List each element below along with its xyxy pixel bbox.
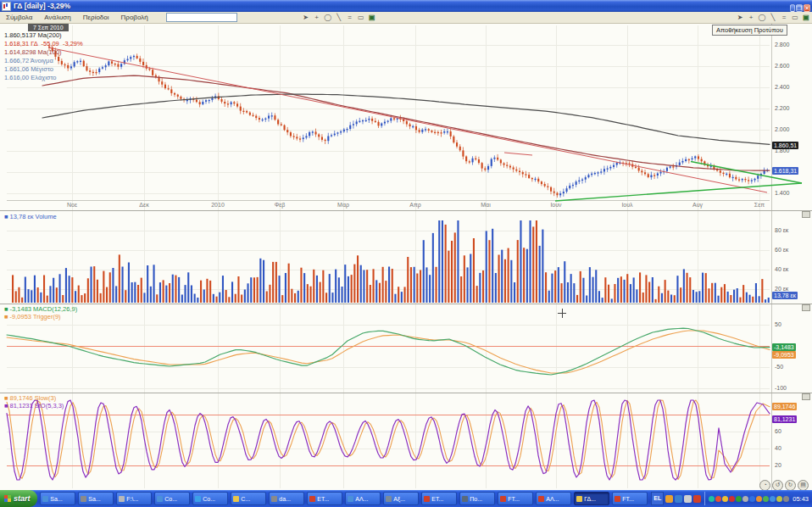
restore-button[interactable]: ❐	[796, 4, 803, 12]
start-button[interactable]: start	[0, 490, 37, 507]
pane-splitter[interactable]	[802, 304, 810, 311]
ellipse-tool-icon[interactable]: ◯	[758, 14, 766, 22]
tray-icon[interactable]	[742, 496, 748, 502]
volume-pane-header: ■13,78 εκ Volume	[4, 213, 57, 220]
taskbar-button[interactable]: da...	[269, 492, 304, 505]
ellipse-tool-icon[interactable]: ◯	[324, 14, 332, 22]
rectangle-tool-icon[interactable]: ▭	[357, 14, 365, 22]
task-icon	[233, 496, 239, 502]
taskbar-button[interactable]: ΓΔ...	[574, 492, 609, 505]
tray-icon[interactable]	[729, 496, 735, 502]
menu-item-3[interactable]: Περίοδοι	[77, 14, 115, 21]
taskbar-button[interactable]: FT...	[498, 492, 533, 505]
task-icon	[195, 496, 201, 502]
macd-value-tag: -3,1483	[772, 343, 796, 351]
taskbar-button[interactable]: ET...	[307, 492, 342, 505]
quick-launch-icon[interactable]	[684, 495, 692, 503]
tray-icon[interactable]	[783, 496, 789, 502]
close-button[interactable]: ✕	[804, 4, 810, 12]
stoch-slow-value-tag: 89,1746	[772, 403, 797, 410]
macd-axis-label: 50	[775, 321, 781, 327]
drawing-toolbar-right: ➤+◯╲=▭▣	[736, 14, 810, 22]
title-bar: ΓΔ [daily] -3,29% _❐✕	[0, 0, 812, 12]
task-icon	[271, 496, 277, 502]
tray-icon[interactable]	[715, 496, 721, 502]
stoch-axis-label: 40	[775, 445, 781, 451]
quick-launch-icon[interactable]	[665, 495, 673, 503]
quick-launch-icon[interactable]	[675, 495, 682, 503]
month-label: Απρ	[409, 202, 420, 208]
stoch-fast-header: ■81,1231 StO(5,3,3)	[4, 402, 64, 410]
taskbar-button[interactable]: ET...	[421, 492, 457, 505]
volume-axis-label: 60 εκ	[775, 247, 788, 253]
volume-axis-label: 40 εκ	[775, 266, 788, 272]
taskbar-button[interactable]: Πο...	[459, 492, 495, 505]
legend-row-ma200: 1.860,5137 Ma(200)	[4, 31, 62, 39]
tray-icon[interactable]	[776, 496, 782, 502]
pointer-icon[interactable]: ➤	[302, 14, 310, 22]
price-axis-label: 2.000	[775, 126, 790, 132]
task-icon	[157, 496, 163, 502]
save-template-icon[interactable]: ▣	[802, 14, 810, 22]
rectangle-tool-icon[interactable]: ▭	[791, 14, 799, 22]
tray-icon[interactable]	[756, 496, 762, 502]
macd-trigger-header: ■-9,0953 Trigger(9)	[4, 313, 61, 320]
taskbar-button[interactable]: FT...	[612, 492, 648, 505]
drawing-toolbar-center: ➤+◯╲=▭▣	[302, 14, 376, 22]
chart-canvas[interactable]	[0, 0, 812, 490]
legend-row-price: 1.618,31 ΓΔ -55,09 -3,29%	[4, 40, 83, 47]
tray-icon[interactable]	[709, 496, 715, 502]
taskbar-button[interactable]: ΑΛ...	[536, 492, 571, 505]
tray-icon[interactable]	[763, 496, 769, 502]
volume-axis-label: 20 εκ	[775, 286, 788, 292]
taskbar-button[interactable]: Sa...	[40, 492, 75, 505]
taskbar-button[interactable]: Sa...	[78, 492, 114, 505]
month-label: Ιουν	[550, 202, 561, 208]
tray-divider	[704, 492, 705, 505]
save-template-icon[interactable]: ▣	[368, 14, 376, 22]
month-label: Ιουλ	[621, 202, 632, 208]
window-title: ΓΔ [daily] -3,29%	[14, 2, 789, 10]
minimize-button[interactable]: _	[790, 4, 795, 12]
symbol-search-input[interactable]	[166, 13, 237, 22]
crosshair-icon[interactable]: +	[313, 14, 321, 22]
taskbar-button[interactable]: ΑΛ...	[345, 492, 381, 505]
tray-icon[interactable]	[749, 496, 755, 502]
menu-item-1[interactable]: Σύμβολα	[0, 14, 38, 21]
taskbar-clock: 05:43	[793, 495, 809, 503]
month-label: Αυγ	[692, 202, 703, 208]
macd-axis-label: -50	[775, 364, 783, 370]
task-icon	[42, 496, 48, 502]
menu-item-4[interactable]: Προβολή	[115, 14, 154, 21]
taskbar-button[interactable]: Αξ...	[383, 492, 419, 505]
taskbar-button[interactable]: F:\...	[116, 492, 152, 505]
pane-splitter[interactable]	[802, 211, 810, 218]
pointer-icon[interactable]: ➤	[736, 14, 744, 22]
quick-launch-icon[interactable]	[693, 495, 701, 503]
trigger-value-tag: -9,0953	[772, 351, 796, 359]
tray-icon[interactable]	[722, 496, 728, 502]
application-window: ΓΔ [daily] -3,29% _❐✕ ΣύμβολαΑνάλυσηΠερί…	[0, 0, 812, 507]
language-indicator[interactable]: EL	[651, 492, 664, 505]
stoch-slow-header: ■89,1746 Slow(3)	[4, 394, 56, 402]
crosshair-icon[interactable]: +	[747, 14, 755, 22]
task-icon	[462, 496, 468, 502]
horizontal-line-tool-icon[interactable]: =	[780, 14, 788, 22]
price-value-tag: 1.618,31	[772, 167, 798, 175]
trendline-tool-icon[interactable]: ╲	[769, 14, 777, 22]
taskbar-button[interactable]: Co...	[192, 492, 228, 505]
menu-bar: ΣύμβολαΑνάλυσηΠερίοδοιΠροβολή ➤+◯╲=▭▣ ➤+…	[0, 12, 812, 24]
tray-icon[interactable]	[770, 496, 776, 502]
trendline-tool-icon[interactable]: ╲	[335, 14, 343, 22]
stoch-fast-value-tag: 81,1231	[772, 415, 797, 423]
taskbar-button[interactable]: C...	[231, 492, 266, 505]
price-axis-label: 2.200	[775, 105, 790, 111]
tray-icon[interactable]	[736, 496, 742, 502]
month-label: Φεβ	[275, 202, 286, 208]
pane-splitter[interactable]	[802, 393, 810, 400]
price-value-tag: 1.860,51	[772, 142, 798, 149]
horizontal-line-tool-icon[interactable]: =	[346, 14, 354, 22]
legend-row-ma100: 1.614,8298 Ma(100)	[4, 48, 62, 56]
menu-item-2[interactable]: Ανάλυση	[38, 14, 76, 21]
taskbar-button[interactable]: Co...	[154, 492, 190, 505]
